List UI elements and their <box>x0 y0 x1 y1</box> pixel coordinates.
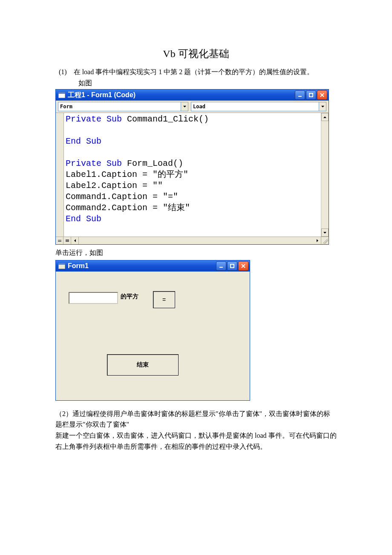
procedure-view-icon[interactable] <box>56 237 63 244</box>
scroll-left-icon[interactable] <box>71 237 79 244</box>
svg-rect-14 <box>66 241 69 242</box>
close-button[interactable] <box>317 90 327 100</box>
svg-marker-7 <box>321 106 324 107</box>
code-gutter <box>56 113 64 237</box>
maximize-button[interactable] <box>227 261 237 271</box>
svg-rect-1 <box>58 92 65 94</box>
svg-rect-13 <box>66 240 69 241</box>
code-combo-row: Form Load <box>56 101 329 113</box>
label1: 的平方 <box>121 293 138 301</box>
item2-p1: （2）通过编程使得用户单击窗体时窗体的标题栏显示"你单击了窗体"，双击窗体时窗体… <box>55 408 337 430</box>
scroll-down-icon[interactable] <box>321 228 329 237</box>
form1-titlebar[interactable]: Form1 <box>56 260 250 272</box>
resize-grip-icon[interactable] <box>321 237 329 244</box>
form-icon <box>58 92 65 98</box>
svg-marker-8 <box>323 116 326 118</box>
chevron-down-icon <box>181 102 188 111</box>
code-area[interactable]: Private Sub Command1_Click() End Sub Pri… <box>64 113 329 237</box>
svg-rect-10 <box>58 240 61 240</box>
svg-rect-20 <box>231 264 234 268</box>
code-bottom-bar <box>56 237 329 244</box>
code-window-titlebar[interactable]: 工程1 - Form1 (Code) <box>56 90 329 101</box>
form-icon <box>58 263 65 269</box>
svg-rect-18 <box>58 263 65 265</box>
svg-marker-6 <box>183 106 186 107</box>
close-button[interactable] <box>238 261 248 271</box>
form1-title: Form1 <box>68 262 89 270</box>
item1-text: 在 load 事件中编程实现实习 1 中第 2 题（计算一个数的平方）的属性值的… <box>74 68 314 75</box>
item1-line1: (1) 在 load 事件中编程实现实习 1 中第 2 题（计算一个数的平方）的… <box>55 66 337 78</box>
code-window-title: 工程1 - Form1 (Code) <box>68 91 135 100</box>
minimize-button[interactable] <box>295 90 305 100</box>
chevron-down-icon <box>319 102 326 111</box>
full-module-view-icon[interactable] <box>63 237 71 244</box>
form1-client-area[interactable]: 的平方 = 结束 <box>56 272 250 400</box>
svg-marker-9 <box>323 232 326 234</box>
object-combo-value: Form <box>60 104 72 110</box>
object-combo[interactable]: Form <box>58 102 188 111</box>
scroll-right-icon[interactable] <box>314 237 321 244</box>
scroll-up-icon[interactable] <box>321 113 329 121</box>
code-window: 工程1 - Form1 (Code) Form <box>55 89 329 245</box>
svg-rect-11 <box>58 241 61 242</box>
end-button[interactable]: 结束 <box>107 354 179 376</box>
maximize-button[interactable] <box>306 90 316 100</box>
svg-marker-15 <box>74 239 76 242</box>
doc-title: Vb 可视化基础 <box>55 47 337 61</box>
event-combo-value: Load <box>193 104 205 110</box>
svg-rect-19 <box>219 267 223 268</box>
svg-rect-2 <box>298 96 302 97</box>
form1-window: Form1 的平方 = 结束 <box>55 260 250 401</box>
text1-input[interactable] <box>69 292 118 304</box>
equals-button[interactable]: = <box>153 291 175 308</box>
item1-num: (1) <box>59 68 67 75</box>
svg-rect-3 <box>309 93 313 97</box>
item2-p2: 新建一个空白窗体，双击窗体，进入代码窗口，默认事件是窗体的 load 事件。可在… <box>55 430 337 452</box>
between-text: 单击运行，如图 <box>55 247 337 258</box>
vertical-scrollbar[interactable] <box>321 113 329 237</box>
item1-line2: 如图 <box>55 78 337 89</box>
event-combo[interactable]: Load <box>191 102 326 111</box>
horizontal-scrollbar[interactable] <box>79 237 314 244</box>
svg-marker-16 <box>317 239 318 242</box>
minimize-button[interactable] <box>216 261 226 271</box>
svg-rect-12 <box>66 240 69 240</box>
code-text: Private Sub Command1_Click() End Sub Pri… <box>64 113 329 225</box>
